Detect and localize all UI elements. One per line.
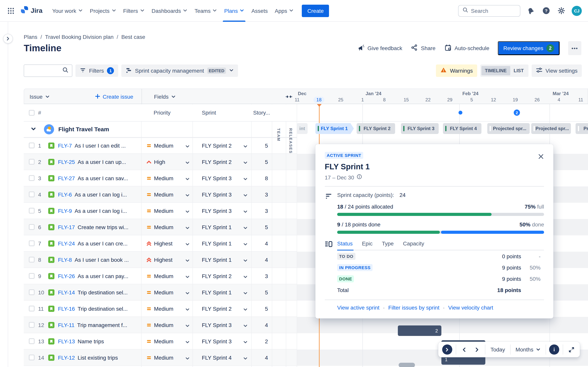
nav-item-projects[interactable]: Projects bbox=[86, 4, 120, 17]
priority-select[interactable]: Medium bbox=[141, 186, 192, 203]
row-checkbox[interactable] bbox=[29, 257, 35, 263]
release-marker-icon[interactable]: 2 bbox=[514, 109, 520, 116]
issue-key[interactable]: FLY-8 bbox=[58, 257, 72, 263]
issue-key[interactable]: FLY-14 bbox=[58, 289, 75, 296]
popup-link[interactable]: Filter issues by sprint bbox=[388, 304, 440, 311]
tab-status[interactable]: Status bbox=[337, 240, 353, 247]
nav-item-assets[interactable]: Assets bbox=[248, 4, 271, 17]
priority-select[interactable]: Medium bbox=[141, 350, 192, 366]
sprint-select[interactable]: FLY Sprint 3 bbox=[192, 170, 251, 186]
priority-select[interactable]: Medium bbox=[141, 170, 192, 186]
tab-timeline[interactable]: TIMELINE bbox=[481, 66, 510, 75]
row-checkbox[interactable] bbox=[29, 208, 35, 214]
fullscreen-icon[interactable] bbox=[567, 345, 576, 354]
sprint-bar[interactable]: FLY Sprint 2 bbox=[357, 123, 395, 134]
sprint-select[interactable]: FLY Sprint 1 bbox=[192, 284, 251, 300]
row-checkbox[interactable] bbox=[29, 192, 35, 197]
sprint-select[interactable]: FLY Sprint 2 bbox=[192, 137, 251, 154]
priority-select[interactable]: Medium bbox=[141, 137, 192, 154]
nav-item-plans[interactable]: Plans bbox=[221, 4, 248, 17]
priority-select[interactable]: Highest bbox=[141, 252, 192, 268]
info-icon[interactable] bbox=[356, 174, 362, 181]
row-checkbox[interactable] bbox=[29, 289, 35, 295]
notifications-icon[interactable] bbox=[526, 6, 536, 15]
issue-key[interactable]: FLY-13 bbox=[58, 338, 75, 344]
sprint-select[interactable]: FLY Sprint 3 bbox=[192, 317, 251, 333]
priority-select[interactable]: Medium bbox=[141, 219, 192, 235]
priority-select[interactable]: Medium bbox=[141, 366, 192, 367]
issue-key[interactable]: FLY-24 bbox=[58, 240, 75, 247]
row-checkbox[interactable] bbox=[29, 338, 35, 344]
priority-select[interactable]: Medium bbox=[141, 300, 192, 317]
issue-column-menu[interactable]: Issue bbox=[30, 89, 50, 104]
row-checkbox[interactable] bbox=[29, 159, 35, 165]
sprint-bar[interactable]: FLY Sprint 3 bbox=[401, 123, 439, 134]
issue-row[interactable]: 9FLY-26As a user I can pay...MediumFLY S… bbox=[24, 268, 297, 284]
sprint-bar[interactable]: Projected spr... bbox=[487, 123, 530, 134]
issue-row[interactable]: 11FLY-16Trip destination sel...MediumFLY… bbox=[24, 300, 297, 317]
scroll-left-button[interactable] bbox=[459, 345, 469, 354]
range-selector[interactable]: Months bbox=[514, 346, 542, 353]
sprint-select[interactable]: FLY Sprint 4 bbox=[192, 366, 251, 367]
issue-row[interactable]: 3FLY-27As a user I can sav...MediumFLY S… bbox=[24, 170, 297, 186]
sprint-select[interactable]: FLY Sprint 1 bbox=[192, 235, 251, 252]
sprint-select[interactable]: FLY Sprint 3 bbox=[192, 203, 251, 219]
breadcrumb-item[interactable]: Travel Booking Division plan bbox=[45, 34, 113, 40]
user-avatar[interactable]: CJ bbox=[572, 6, 582, 16]
info-button[interactable] bbox=[549, 344, 559, 355]
issue-row[interactable]: 15FLY-15Trip date editingMediumFLY Sprin… bbox=[24, 366, 297, 367]
more-actions-button[interactable]: ••• bbox=[568, 41, 581, 55]
warnings-button[interactable]: Warnings bbox=[436, 65, 477, 77]
issue-row[interactable]: 2FLY-25As a user I can up...HighFLY Spri… bbox=[24, 154, 297, 170]
today-button[interactable]: Today bbox=[489, 346, 507, 353]
jira-logo[interactable]: Jira bbox=[20, 5, 43, 16]
tab-epic[interactable]: Epic bbox=[362, 240, 372, 247]
release-marker-icon[interactable] bbox=[458, 111, 462, 115]
issue-key[interactable]: FLY-7 bbox=[58, 142, 72, 149]
issue-row[interactable]: 1FLY-7As I user I can edit ...MediumFLY … bbox=[24, 137, 297, 154]
priority-select[interactable]: Medium bbox=[141, 268, 192, 284]
sprint-select[interactable]: FLY Sprint 2 bbox=[192, 154, 251, 170]
row-checkbox[interactable] bbox=[29, 142, 35, 148]
nav-item-your-work[interactable]: Your work bbox=[49, 4, 86, 17]
share-button[interactable]: Share bbox=[411, 44, 436, 52]
help-icon[interactable]: ? bbox=[541, 6, 551, 15]
issue-key[interactable]: FLY-26 bbox=[58, 273, 75, 279]
sprint-select[interactable]: FLY Sprint 3 bbox=[192, 186, 251, 203]
global-search[interactable] bbox=[458, 5, 520, 17]
breadcrumb-item[interactable]: Plans bbox=[24, 34, 37, 40]
sprint-select[interactable]: FLY Sprint 2 bbox=[192, 268, 251, 284]
row-checkbox[interactable] bbox=[29, 322, 35, 328]
priority-select[interactable]: Highest bbox=[141, 235, 192, 252]
sprint-bar[interactable]: int bbox=[297, 123, 308, 134]
tab-capacity[interactable]: Capacity bbox=[403, 240, 424, 247]
sprint-select[interactable]: FLY Sprint 1 bbox=[192, 252, 251, 268]
sprint-select[interactable]: FLY Sprint 3 bbox=[192, 333, 251, 350]
auto-schedule-button[interactable]: Auto-schedule bbox=[444, 44, 489, 53]
issue-key[interactable]: FLY-17 bbox=[58, 224, 75, 230]
nav-item-teams[interactable]: Teams bbox=[191, 4, 221, 17]
settings-gear-icon[interactable] bbox=[556, 6, 566, 15]
row-checkbox[interactable] bbox=[29, 306, 35, 311]
scroll-right-button[interactable] bbox=[472, 345, 482, 354]
tab-list[interactable]: LIST bbox=[510, 66, 527, 75]
sprint-bar[interactable]: Proj bbox=[576, 123, 588, 134]
issue-key[interactable]: FLY-9 bbox=[58, 208, 72, 214]
global-search-input[interactable] bbox=[471, 8, 516, 14]
expand-panel-button[interactable] bbox=[442, 344, 452, 355]
issue-row[interactable]: 6FLY-17Create new trips wi...MediumFLY S… bbox=[24, 219, 297, 235]
issue-row[interactable]: 7FLY-24As a user I can cre...HighestFLY … bbox=[24, 235, 297, 252]
tab-type[interactable]: Type bbox=[382, 240, 394, 247]
row-checkbox[interactable] bbox=[29, 355, 35, 360]
create-button[interactable]: Create bbox=[302, 4, 329, 17]
priority-select[interactable]: Medium bbox=[141, 284, 192, 300]
select-all-checkbox[interactable] bbox=[29, 110, 35, 116]
nav-item-apps[interactable]: Apps bbox=[271, 4, 297, 17]
team-group-row[interactable]: Flight Travel Team bbox=[24, 121, 297, 137]
review-changes-button[interactable]: Review changes 2 bbox=[498, 41, 560, 55]
issue-row[interactable]: 4FLY-6As a user I can log i...MediumFLY … bbox=[24, 186, 297, 203]
issue-row[interactable]: 13FLY-13Name tripsMediumFLY Sprint 32 bbox=[24, 333, 297, 350]
issue-key[interactable]: FLY-27 bbox=[58, 175, 75, 181]
issue-key[interactable]: FLY-16 bbox=[58, 306, 75, 312]
issue-timeline-bar[interactable]: 2 bbox=[398, 325, 441, 336]
